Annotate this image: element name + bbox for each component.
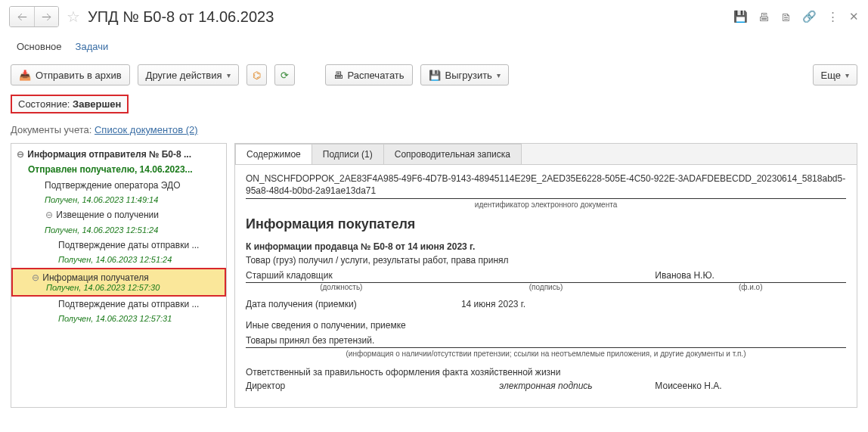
tab-main[interactable]: Основное	[17, 41, 62, 52]
h-scrollbar[interactable]	[235, 406, 857, 407]
signature-slot	[451, 281, 642, 282]
save-icon[interactable]: 💾	[733, 10, 748, 23]
goods-accept-label: Товар (груз) получил / услуги, результат…	[246, 255, 846, 266]
printer-icon: 🖶	[333, 70, 343, 81]
more-button[interactable]: Еще	[813, 64, 857, 85]
tree-item[interactable]: Подтверждение даты отправки ...	[11, 297, 226, 312]
resp-fio: Моисеенко Н.А.	[655, 381, 846, 391]
seller-info-ref: К информации продавца № Б0-8 от 14 июня …	[246, 241, 846, 252]
resp-position: Директор	[246, 381, 437, 391]
other-caption: (информация о наличии/отсутствии претенз…	[246, 350, 846, 358]
tree-timestamp: Получен, 14.06.2023 12:57:31	[11, 312, 226, 326]
collapse-icon[interactable]: ⊖	[31, 272, 40, 283]
status-badge: Состояние: Завершен	[11, 95, 129, 113]
tab-note[interactable]: Сопроводительная записка	[383, 144, 522, 164]
tree-selected[interactable]: ⊖ Информация получателя Получен, 14.06.2…	[11, 268, 226, 297]
resp-signature: электронная подпись	[451, 381, 642, 391]
archive-button[interactable]: 📥Отправить в архив	[11, 64, 130, 85]
export-button[interactable]: 💾Выгрузить	[420, 64, 509, 85]
docs-label: Документы учета:	[11, 124, 91, 135]
tree-timestamp: Получен, 14.06.2023 12:51:24	[11, 223, 226, 238]
disk-icon: 💾	[429, 70, 441, 81]
tree-panel: ⊖ Информация отправителя № Б0-8 ... Отпр…	[11, 143, 227, 408]
tab-signatures[interactable]: Подписи (1)	[312, 144, 384, 164]
receipt-date-label: Дата получения (приемки)	[246, 299, 367, 309]
archive-icon: 📥	[19, 70, 31, 81]
tree-timestamp: Получен, 14.06.2023 11:49:14	[11, 193, 226, 207]
tree-timestamp: Получен, 14.06.2023 12:51:24	[11, 253, 226, 267]
tree-item[interactable]: Подтверждение оператора ЭДО	[11, 178, 226, 193]
print-icon[interactable]: 🖶	[758, 11, 770, 23]
signature-row: Старший кладовщик Иванова Н.Ю.	[246, 270, 846, 283]
responsible-label: Ответственный за правильность оформления…	[246, 367, 846, 378]
tree-sent-status: Отправлен получателю, 14.06.2023...	[11, 162, 226, 177]
page-title: УПД № Б0-8 от 14.06.2023	[88, 8, 729, 26]
docs-link[interactable]: Список документов (2)	[95, 124, 198, 135]
content-panel: Содержимое Подписи (1) Сопроводительная …	[234, 143, 857, 408]
more-icon[interactable]: ⋮	[827, 10, 839, 23]
preview-icon[interactable]: 🗎	[780, 11, 792, 23]
forward-button[interactable]: 🡢	[34, 7, 58, 26]
collapse-icon[interactable]: ⊖	[45, 210, 54, 220]
refresh-icon: ⟳	[281, 70, 289, 81]
docid-caption: идентификатор электронного документа	[246, 200, 846, 209]
hierarchy-icon: ⌬	[253, 70, 261, 81]
section-title: Информация покупателя	[246, 209, 846, 238]
cap-position: (должность)	[246, 283, 437, 291]
cap-signature: (подпись)	[451, 283, 642, 291]
print-button[interactable]: 🖶Распечатать	[325, 64, 413, 85]
tree-item[interactable]: Подтверждение даты отправки ...	[11, 238, 226, 253]
other-actions-button[interactable]: Другие действия	[138, 64, 239, 85]
position-value: Старший кладовщик	[246, 270, 437, 282]
content-scroll[interactable]: ON_NSCHFDOPPOK_2AE83F4A985-49F6-4D7B-914…	[235, 165, 857, 406]
cap-fio: (ф.и.о)	[655, 283, 846, 291]
document-id: ON_NSCHFDOPPOK_2AE83F4A985-49F6-4D7B-914…	[246, 172, 846, 199]
collapse-icon[interactable]: ⊖	[16, 149, 25, 160]
tab-tasks[interactable]: Задачи	[76, 41, 109, 52]
tab-content[interactable]: Содержимое	[235, 144, 312, 164]
other-info-label: Иные сведения о получении, приемке	[246, 320, 846, 331]
tree-item[interactable]: ⊖ Извещение о получении	[11, 207, 226, 222]
back-button[interactable]: 🡠	[10, 7, 34, 26]
header-icons: 💾 🖶 🗎 🔗 ⋮ ✕	[733, 10, 859, 23]
nav-buttons: 🡠 🡢	[9, 6, 59, 27]
fio-value: Иванова Н.Ю.	[655, 270, 846, 282]
favorite-icon[interactable]: ☆	[67, 8, 80, 26]
other-info-value: Товары принял без претензий.	[246, 335, 846, 346]
close-icon[interactable]: ✕	[849, 10, 859, 23]
receipt-date-value: 14 июня 2023 г.	[380, 299, 606, 309]
refresh-button[interactable]: ⟳	[274, 64, 295, 85]
link-icon[interactable]: 🔗	[802, 10, 817, 23]
tree-root[interactable]: ⊖ Информация отправителя № Б0-8 ...	[11, 147, 226, 162]
tree-timestamp: Получен, 14.06.2023 12:57:30	[19, 283, 219, 292]
tree-button[interactable]: ⌬	[246, 64, 267, 85]
